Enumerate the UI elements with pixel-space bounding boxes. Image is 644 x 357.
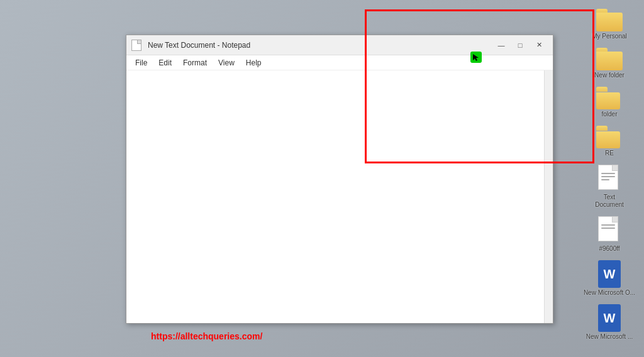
icon-folder-partial[interactable]: folder xyxy=(581,84,638,121)
folder-icon-partial xyxy=(596,87,623,109)
folder-icon-new-folder xyxy=(596,48,623,70)
icon-label-word-1: New Microsoft O... xyxy=(584,289,635,297)
close-button[interactable]: ✕ xyxy=(530,39,548,52)
icon-label-word-2: New Microsoft ... xyxy=(586,333,633,341)
word-icon-2 xyxy=(598,304,621,332)
icon-my-personal[interactable]: My Personal xyxy=(581,6,638,43)
svg-marker-0 xyxy=(473,54,479,61)
url-watermark: https://alltechqueries.com/ xyxy=(151,331,262,341)
notepad-icon xyxy=(131,40,143,51)
notepad-window: New Text Document - Notepad — □ ✕ File E… xyxy=(126,35,553,324)
menu-file[interactable]: File xyxy=(130,57,152,69)
folder-icon-re xyxy=(596,126,623,148)
icon-color-doc[interactable]: #9600ff xyxy=(581,214,638,255)
window-controls: — □ ✕ xyxy=(492,39,548,52)
minimize-button[interactable]: — xyxy=(492,39,510,52)
text-doc-icon xyxy=(598,165,621,192)
word-icon-1 xyxy=(598,260,621,288)
cursor-icon xyxy=(472,53,480,62)
icon-label-folder-partial: folder xyxy=(601,111,617,118)
folder-icon-my-personal xyxy=(596,9,623,31)
maximize-button[interactable]: □ xyxy=(511,39,529,52)
icon-label-new-folder: New folder xyxy=(594,72,625,79)
menu-format[interactable]: Format xyxy=(178,57,212,69)
desktop: New Text Document - Notepad — □ ✕ File E… xyxy=(0,0,644,357)
icon-label-text-doc: TextDocument xyxy=(595,194,624,209)
icon-text-doc[interactable]: TextDocument xyxy=(581,162,638,211)
icon-re[interactable]: RE xyxy=(581,123,638,160)
menubar: File Edit Format View Help xyxy=(126,55,553,70)
color-doc-icon xyxy=(598,216,621,244)
titlebar[interactable]: New Text Document - Notepad — □ ✕ xyxy=(126,35,553,55)
icon-label-color-doc: #9600ff xyxy=(599,245,619,253)
desktop-icons-panel: My Personal New folder folder RE xyxy=(575,0,644,357)
icon-label-re: RE xyxy=(605,150,614,157)
editor-area[interactable] xyxy=(126,70,553,323)
menu-edit[interactable]: Edit xyxy=(153,57,177,69)
menu-help[interactable]: Help xyxy=(241,57,267,69)
text-editor[interactable] xyxy=(126,70,553,323)
window-title: New Text Document - Notepad xyxy=(148,41,492,50)
icon-new-folder[interactable]: New folder xyxy=(581,45,638,82)
icon-word-2[interactable]: New Microsoft ... xyxy=(581,302,638,343)
cursor-indicator xyxy=(470,52,482,63)
menu-view[interactable]: View xyxy=(213,57,240,69)
scrollbar-vertical[interactable] xyxy=(544,70,553,323)
icon-label-my-personal: My Personal xyxy=(592,33,627,40)
icon-word-1[interactable]: New Microsoft O... xyxy=(581,258,638,299)
